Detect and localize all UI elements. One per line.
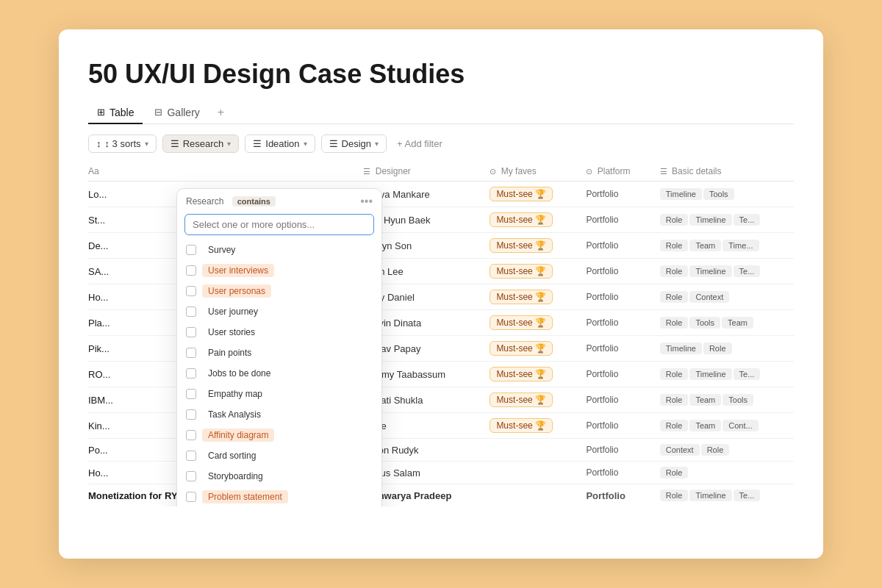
must-see-badge: Must-see 🏆	[490, 290, 553, 304]
dropdown-search-input[interactable]	[184, 214, 374, 235]
cell-platform: Portfolio	[577, 462, 650, 484]
col-url	[232, 162, 354, 182]
detail-tag: Context	[660, 444, 700, 456]
cell-myfaves: Must-see 🏆	[481, 387, 577, 413]
tab-table[interactable]: ⊞ Table	[88, 102, 143, 124]
problem-statement-checkbox[interactable]	[186, 492, 196, 502]
dropdown-item-empathy-map[interactable]: Empathy map	[177, 384, 381, 404]
cell-platform: Portfolio	[577, 284, 650, 310]
empathy-map-checkbox[interactable]	[186, 389, 196, 399]
cell-platform: Portfolio	[577, 362, 650, 387]
dropdown-research-label: Research	[186, 196, 223, 207]
task-analysis-label: Task Analysis	[202, 408, 267, 421]
add-filter-button[interactable]: + Add filter	[392, 135, 447, 152]
dropdown-item-task-analysis[interactable]: Task Analysis	[177, 404, 381, 425]
cell-basic-details: RoleContext	[651, 284, 794, 310]
user-personas-label: User personas	[202, 284, 271, 298]
dropdown-item-problem-statement[interactable]: Problem statement	[177, 487, 381, 506]
ideation-filter-chevron: ▾	[304, 140, 307, 148]
cell-myfaves	[481, 439, 577, 462]
col-name: Aa	[88, 162, 232, 182]
must-see-badge: Must-see 🏆	[490, 367, 553, 381]
cell-platform: Portfolio	[577, 207, 650, 233]
pain-points-checkbox[interactable]	[186, 348, 196, 358]
cell-platform: Portfolio	[577, 182, 650, 207]
dropdown-item-survey[interactable]: Survey	[177, 240, 381, 260]
dropdown-item-card-sorting[interactable]: Card sorting	[177, 445, 381, 466]
cell-basic-details: RoleTeamTime...	[651, 233, 794, 259]
ideation-filter-label: Ideation	[265, 138, 299, 149]
jobs-to-be-done-checkbox[interactable]	[186, 368, 196, 379]
detail-tag: Team	[689, 394, 721, 406]
research-filter-button[interactable]: ☰ Research ▾	[162, 135, 240, 153]
cell-platform: Portfolio	[577, 484, 650, 507]
dropdown-header: Research contains •••	[177, 189, 381, 211]
cell-basic-details: RoleTimelineTe...	[651, 259, 794, 284]
detail-tag: Timeline	[689, 214, 731, 226]
affinity-diagram-checkbox[interactable]	[186, 430, 196, 440]
cell-platform: Portfolio	[577, 310, 650, 336]
detail-tag: Role	[660, 240, 689, 251]
cell-basic-details: RoleTimelineTe...	[651, 362, 794, 387]
cell-myfaves: Must-see 🏆	[481, 182, 577, 207]
user-journey-checkbox[interactable]	[186, 306, 196, 317]
detail-tag: Role	[660, 291, 689, 303]
detail-tag: Role	[660, 214, 689, 226]
cell-platform: Portfolio	[577, 336, 650, 362]
card-sorting-checkbox[interactable]	[186, 451, 196, 461]
survey-label: Survey	[202, 243, 241, 257]
dropdown-item-user-stories[interactable]: User stories	[177, 322, 381, 343]
detail-tag: Time...	[723, 240, 759, 251]
basic-details-col-label: Basic details	[672, 166, 721, 176]
designer-col-label: Designer	[376, 166, 411, 176]
design-filter-icon: ☰	[329, 138, 338, 149]
user-personas-checkbox[interactable]	[186, 286, 196, 296]
user-journey-label: User journey	[202, 305, 264, 318]
design-filter-button[interactable]: ☰ Design ▾	[321, 135, 387, 153]
cell-basic-details: TimelineTools	[651, 182, 794, 207]
dropdown-item-storyboarding[interactable]: Storyboarding	[177, 466, 381, 487]
add-tab-button[interactable]: +	[212, 101, 230, 123]
detail-tag: Role	[660, 490, 689, 501]
cell-basic-details: RoleTimelineTe...	[651, 207, 794, 233]
jobs-to-be-done-label: Jobs to be done	[202, 367, 276, 380]
add-filter-label: + Add filter	[397, 138, 442, 149]
detail-tag: Role	[703, 343, 732, 354]
task-analysis-checkbox[interactable]	[186, 409, 196, 420]
must-see-badge: Must-see 🏆	[490, 341, 553, 356]
dropdown-item-user-journey[interactable]: User journey	[177, 301, 381, 322]
detail-tag: Te...	[734, 368, 761, 380]
sorts-button[interactable]: ↕ ↕ 3 sorts ▾	[88, 135, 157, 153]
dropdown-item-jobs-to-be-done[interactable]: Jobs to be done	[177, 363, 381, 384]
platform-col-icon: ⊙	[586, 167, 592, 176]
must-see-badge: Must-see 🏆	[490, 315, 553, 330]
sorts-label: ↕ 3 sorts	[105, 138, 141, 149]
user-interviews-checkbox[interactable]	[186, 265, 196, 276]
dropdown-item-user-interviews[interactable]: User interviews	[177, 260, 381, 281]
user-stories-checkbox[interactable]	[186, 327, 196, 337]
survey-checkbox[interactable]	[186, 245, 196, 255]
cell-platform: Portfolio	[577, 259, 650, 284]
myfaves-col-icon: ⊙	[490, 167, 496, 176]
detail-tag: Te...	[734, 490, 761, 501]
cell-platform: Portfolio	[577, 233, 650, 259]
platform-col-label: Platform	[598, 166, 631, 176]
dropdown-item-pain-points[interactable]: Pain points	[177, 343, 381, 363]
dropdown-item-affinity-diagram[interactable]: Affinity diagram	[177, 425, 381, 445]
storyboarding-checkbox[interactable]	[186, 471, 196, 481]
detail-tag: Timeline	[689, 368, 731, 380]
dropdown-item-user-personas[interactable]: User personas	[177, 281, 381, 301]
tab-table-label: Table	[110, 107, 134, 118]
research-dropdown: Research contains ••• Survey User interv…	[176, 188, 382, 506]
detail-tag: Role	[701, 444, 730, 456]
design-filter-label: Design	[342, 138, 371, 149]
detail-tag: Tools	[703, 188, 734, 200]
cell-basic-details: RoleTeamTools	[651, 387, 794, 413]
basic-details-col-icon: ☰	[660, 167, 667, 176]
dropdown-menu-icon[interactable]: •••	[360, 195, 373, 208]
cell-myfaves	[481, 484, 577, 507]
detail-tag: Cont...	[723, 420, 758, 431]
ideation-filter-button[interactable]: ☰ Ideation ▾	[245, 135, 315, 153]
col-myfaves: ⊙ My faves	[481, 162, 577, 182]
tab-gallery[interactable]: ⊟ Gallery	[146, 102, 208, 124]
